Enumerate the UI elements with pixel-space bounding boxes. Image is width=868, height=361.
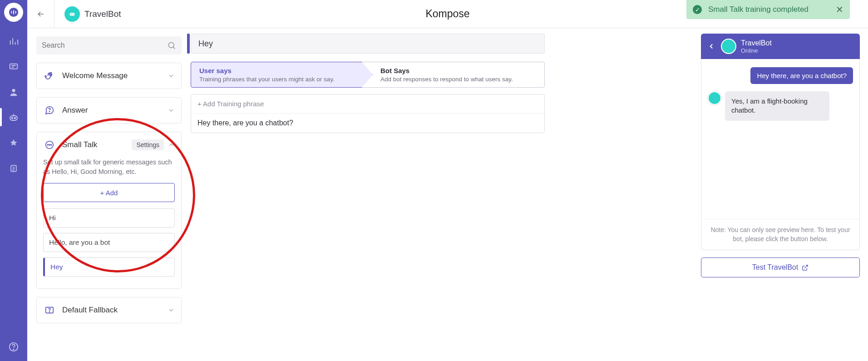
step-bot-says[interactable]: Bot Says Add bot responses to respond to… xyxy=(362,62,545,88)
svg-rect-10 xyxy=(70,13,75,15)
preview-back-icon[interactable] xyxy=(707,42,715,50)
svg-point-20 xyxy=(49,312,49,312)
search-box[interactable] xyxy=(36,36,182,54)
app-logo[interactable] xyxy=(4,3,23,22)
chat-bot-avatar xyxy=(708,91,721,105)
chat-body: Hey there, are you a chatbot? Yes, I am … xyxy=(701,59,860,219)
preview-header: TravelBot Online xyxy=(701,34,860,59)
step-user-desc: Training phrases that your users might a… xyxy=(199,76,356,83)
question-bubble-icon xyxy=(43,104,56,117)
steps-row: User says Training phrases that your use… xyxy=(191,62,545,88)
talk-item[interactable]: Hello, are you a bot xyxy=(43,233,175,252)
chevron-down-icon xyxy=(168,72,175,79)
section-answer-label: Answer xyxy=(62,106,88,115)
fallback-icon xyxy=(43,304,56,316)
add-button[interactable]: + Add xyxy=(43,183,175,202)
close-icon[interactable]: ✕ xyxy=(836,4,843,15)
search-icon xyxy=(167,41,176,50)
left-panel: Welcome Message Answer Small Talk Settin… xyxy=(36,36,182,323)
chevron-down-icon xyxy=(168,307,175,314)
chevron-up-icon[interactable] xyxy=(168,141,175,148)
help-icon[interactable] xyxy=(8,341,20,353)
svg-point-12 xyxy=(73,14,74,15)
add-training-phrase[interactable]: + Add Training phrase xyxy=(191,94,544,114)
check-icon: ✓ xyxy=(693,5,702,14)
training-phrases-box: + Add Training phrase Hey there, are you… xyxy=(191,94,545,133)
svg-point-4 xyxy=(12,118,13,119)
svg-point-11 xyxy=(71,14,72,15)
section-small-talk-label: Small Talk xyxy=(62,140,97,149)
svg-point-17 xyxy=(49,144,50,145)
sidebar-nav xyxy=(0,0,27,361)
section-small-talk: Small Talk Settings Set up small talk fo… xyxy=(36,132,182,289)
bot-avatar xyxy=(64,6,80,22)
intent-title: Hey xyxy=(191,34,545,54)
chat-bot-msg: Yes, I am a flight-booking chatbot. xyxy=(725,91,829,121)
talk-item[interactable]: Hi xyxy=(43,208,175,227)
external-link-icon xyxy=(802,264,809,271)
section-answer[interactable]: Answer xyxy=(36,97,182,124)
search-input[interactable] xyxy=(42,41,167,49)
notification-toast: ✓ Small Talk training completed ✕ xyxy=(686,0,850,19)
step-bot-desc: Add bot responses to respond to what use… xyxy=(380,76,537,83)
analytics-icon[interactable] xyxy=(8,35,20,47)
svg-point-5 xyxy=(15,118,16,119)
clipboard-icon[interactable] xyxy=(8,163,20,174)
preview-note: Note: You can only see preview here. To … xyxy=(701,219,860,250)
wave-icon xyxy=(43,69,56,82)
preview-bot-name: TravelBot xyxy=(741,39,772,47)
svg-point-14 xyxy=(49,111,49,112)
talk-item-selected[interactable]: Hey xyxy=(43,257,175,277)
preview-status: Online xyxy=(741,47,772,54)
step-user-title: User says xyxy=(199,67,356,74)
page-title: Kompose xyxy=(425,8,469,20)
chat-dots-icon xyxy=(43,138,56,151)
chat-icon[interactable] xyxy=(8,61,20,73)
toast-text: Small Talk training completed xyxy=(708,5,809,14)
section-welcome[interactable]: Welcome Message xyxy=(36,63,182,89)
svg-point-13 xyxy=(168,42,174,48)
svg-rect-3 xyxy=(10,116,17,120)
svg-point-2 xyxy=(12,89,15,92)
svg-point-16 xyxy=(47,144,48,145)
section-fallback[interactable]: Default Fallback xyxy=(36,297,182,323)
main-editor: Hey User says Training phrases that your… xyxy=(191,34,545,133)
svg-rect-1 xyxy=(10,64,18,69)
small-talk-desc: Set up small talk for generic messages s… xyxy=(43,158,175,177)
section-fallback-label: Default Fallback xyxy=(62,306,118,315)
users-icon[interactable] xyxy=(8,86,20,98)
rocket-icon[interactable] xyxy=(8,137,20,149)
chat-user-msg: Hey there, are you a chatbot? xyxy=(750,67,853,84)
step-bot-title: Bot Says xyxy=(380,67,537,74)
step-user-says[interactable]: User says Training phrases that your use… xyxy=(191,62,373,88)
bot-icon[interactable] xyxy=(8,112,20,124)
preview-panel: TravelBot Online Hey there, are you a ch… xyxy=(701,34,860,277)
svg-point-18 xyxy=(51,144,52,145)
training-phrase-item[interactable]: Hey there, are you a chatbot? xyxy=(191,114,544,133)
test-bot-button[interactable]: Test TravelBot xyxy=(701,257,860,277)
chevron-down-icon xyxy=(168,107,175,114)
test-bot-label: Test TravelBot xyxy=(752,263,798,272)
back-button[interactable] xyxy=(27,0,54,28)
bot-name-label: TravelBot xyxy=(84,9,121,19)
active-indicator xyxy=(187,34,190,54)
preview-avatar xyxy=(721,39,736,54)
settings-button[interactable]: Settings xyxy=(132,139,164,150)
section-welcome-label: Welcome Message xyxy=(62,71,128,80)
svg-point-8 xyxy=(13,349,14,350)
